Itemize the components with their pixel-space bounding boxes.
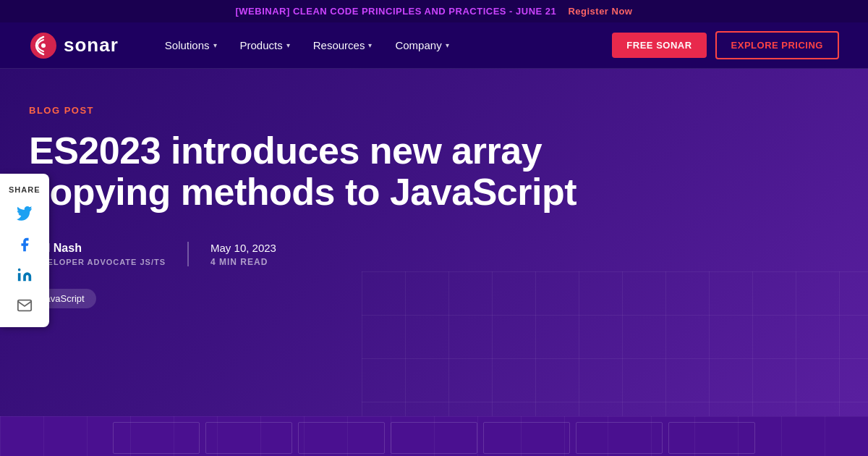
deco-box-5 [483, 422, 570, 454]
nav-solutions-label: Solutions [165, 39, 210, 51]
facebook-icon [17, 237, 33, 253]
explore-pricing-button[interactable]: EXPLORE PRICING [715, 31, 839, 59]
facebook-share-button[interactable] [14, 235, 35, 255]
share-label: SHARE [9, 185, 41, 194]
deco-box-6 [576, 422, 663, 454]
publish-date: May 10, 2023 [210, 242, 276, 254]
sonar-logo-icon [29, 31, 58, 60]
nav-buttons: FREE SONAR EXPLORE PRICING [612, 31, 839, 59]
svg-point-1 [41, 43, 46, 48]
nav-resources-label: Resources [313, 39, 365, 51]
nav-item-products[interactable]: Products ▾ [230, 33, 300, 57]
email-share-button[interactable] [14, 295, 35, 316]
author-section: Phil Nash DEVELOPER ADVOCATE JS/TS May 1… [29, 242, 839, 267]
date-block: May 10, 2023 4 MIN READ [189, 242, 276, 267]
nav-item-company[interactable]: Company ▾ [385, 33, 459, 57]
nav-company-label: Company [395, 39, 441, 51]
resources-chevron: ▾ [368, 41, 372, 49]
deco-box-2 [205, 422, 292, 454]
blog-title: ES2023 introduces new array copying meth… [29, 130, 680, 213]
email-icon [17, 297, 33, 313]
deco-box-1 [113, 422, 200, 454]
free-sonar-button[interactable]: FREE SONAR [612, 33, 706, 58]
blog-category-label: BLOG POST [29, 105, 839, 116]
announcement-text: [WEBINAR] CLEAN CODE PRINCIPLES AND PRAC… [236, 6, 557, 17]
logo[interactable]: sonar [29, 31, 119, 60]
solutions-chevron: ▾ [213, 41, 217, 49]
twitter-icon [17, 206, 33, 222]
header: sonar Solutions ▾ Products ▾ Resources ▾… [0, 22, 868, 69]
main-nav: Solutions ▾ Products ▾ Resources ▾ Compa… [155, 33, 613, 57]
nav-item-resources[interactable]: Resources ▾ [303, 33, 383, 57]
main-content: BLOG POST ES2023 introduces new array co… [0, 69, 868, 416]
logo-text: sonar [64, 34, 119, 56]
deco-box-4 [391, 422, 477, 454]
author-block: Phil Nash DEVELOPER ADVOCATE JS/TS [29, 242, 189, 266]
bottom-decoration [0, 416, 868, 456]
share-sidebar: SHARE [0, 174, 49, 327]
svg-point-2 [18, 269, 21, 271]
deco-box-7 [668, 422, 755, 454]
read-time: 4 MIN READ [210, 257, 276, 267]
nav-item-solutions[interactable]: Solutions ▾ [155, 33, 227, 57]
bottom-boxes [0, 416, 868, 456]
register-link[interactable]: Register Now [568, 6, 632, 17]
announcement-bar: [WEBINAR] CLEAN CODE PRINCIPLES AND PRAC… [0, 0, 868, 22]
nav-products-label: Products [240, 39, 283, 51]
author-role: DEVELOPER ADVOCATE JS/TS [29, 258, 166, 266]
linkedin-icon [17, 267, 33, 283]
products-chevron: ▾ [286, 41, 290, 49]
deco-box-3 [298, 422, 385, 454]
linkedin-share-button[interactable] [14, 265, 35, 285]
author-name: Phil Nash [29, 242, 166, 255]
twitter-share-button[interactable] [14, 204, 35, 224]
company-chevron: ▾ [446, 41, 449, 49]
